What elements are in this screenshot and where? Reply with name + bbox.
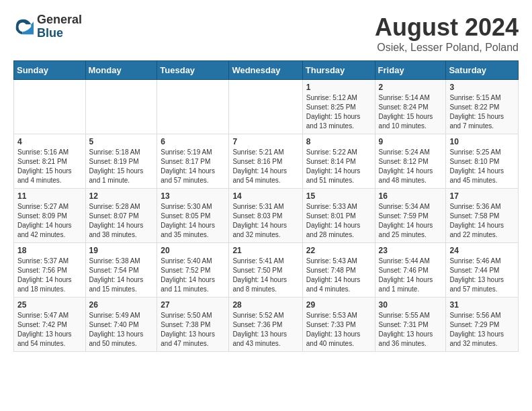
day-info: Sunrise: 5:24 AM Sunset: 8:12 PM Dayligh…	[379, 148, 443, 185]
calendar-cell: 26Sunrise: 5:49 AM Sunset: 7:40 PM Dayli…	[85, 298, 157, 352]
day-number: 16	[379, 191, 443, 201]
day-info: Sunrise: 5:27 AM Sunset: 8:09 PM Dayligh…	[17, 202, 82, 240]
calendar-week-row: 1Sunrise: 5:12 AM Sunset: 8:25 PM Daylig…	[14, 80, 519, 134]
calendar-cell: 29Sunrise: 5:53 AM Sunset: 7:33 PM Dayli…	[302, 298, 375, 352]
day-info: Sunrise: 5:56 AM Sunset: 7:29 PM Dayligh…	[449, 311, 515, 349]
calendar-week-row: 25Sunrise: 5:47 AM Sunset: 7:42 PM Dayli…	[14, 298, 519, 352]
day-number: 8	[306, 137, 371, 146]
day-number: 18	[17, 246, 82, 255]
calendar-cell: 3Sunrise: 5:15 AM Sunset: 8:22 PM Daylig…	[446, 80, 519, 134]
calendar-cell: 11Sunrise: 5:27 AM Sunset: 8:09 PM Dayli…	[14, 189, 86, 243]
day-info: Sunrise: 5:28 AM Sunset: 8:07 PM Dayligh…	[89, 202, 154, 240]
month-year-title: August 2024	[375, 13, 519, 42]
calendar-cell	[157, 80, 229, 134]
day-info: Sunrise: 5:47 AM Sunset: 7:42 PM Dayligh…	[17, 311, 82, 349]
day-number: 22	[306, 246, 371, 255]
calendar-cell: 20Sunrise: 5:40 AM Sunset: 7:52 PM Dayli…	[157, 243, 229, 298]
calendar-cell: 10Sunrise: 5:25 AM Sunset: 8:10 PM Dayli…	[446, 134, 519, 189]
calendar-cell: 13Sunrise: 5:30 AM Sunset: 8:05 PM Dayli…	[157, 189, 229, 243]
calendar-cell	[85, 80, 157, 134]
calendar-week-row: 18Sunrise: 5:37 AM Sunset: 7:56 PM Dayli…	[14, 243, 519, 298]
day-info: Sunrise: 5:19 AM Sunset: 8:17 PM Dayligh…	[161, 148, 225, 185]
logo: General Blue	[13, 13, 82, 40]
day-number: 12	[89, 191, 154, 201]
calendar-cell: 2Sunrise: 5:14 AM Sunset: 8:24 PM Daylig…	[375, 80, 446, 134]
day-number: 5	[89, 137, 154, 146]
day-info: Sunrise: 5:43 AM Sunset: 7:48 PM Dayligh…	[306, 257, 371, 294]
day-of-week-header: Thursday	[302, 61, 375, 80]
day-info: Sunrise: 5:21 AM Sunset: 8:16 PM Dayligh…	[232, 148, 298, 185]
day-info: Sunrise: 5:34 AM Sunset: 7:59 PM Dayligh…	[379, 202, 443, 240]
calendar-cell	[229, 80, 302, 134]
day-info: Sunrise: 5:49 AM Sunset: 7:40 PM Dayligh…	[89, 311, 154, 349]
day-info: Sunrise: 5:14 AM Sunset: 8:24 PM Dayligh…	[379, 93, 443, 131]
day-info: Sunrise: 5:38 AM Sunset: 7:54 PM Dayligh…	[89, 257, 154, 294]
calendar-cell: 4Sunrise: 5:16 AM Sunset: 8:21 PM Daylig…	[14, 134, 86, 189]
calendar-cell: 14Sunrise: 5:31 AM Sunset: 8:03 PM Dayli…	[229, 189, 302, 243]
day-number: 31	[449, 300, 515, 310]
calendar-cell: 23Sunrise: 5:44 AM Sunset: 7:46 PM Dayli…	[375, 243, 446, 298]
calendar-cell: 7Sunrise: 5:21 AM Sunset: 8:16 PM Daylig…	[229, 134, 302, 189]
day-number: 15	[306, 191, 371, 201]
day-of-week-header: Tuesday	[157, 61, 229, 80]
day-info: Sunrise: 5:41 AM Sunset: 7:50 PM Dayligh…	[232, 257, 298, 294]
day-number: 10	[449, 137, 515, 146]
day-info: Sunrise: 5:37 AM Sunset: 7:56 PM Dayligh…	[17, 257, 82, 294]
day-info: Sunrise: 5:55 AM Sunset: 7:31 PM Dayligh…	[379, 311, 443, 349]
day-info: Sunrise: 5:44 AM Sunset: 7:46 PM Dayligh…	[379, 257, 443, 294]
day-number: 19	[89, 246, 154, 255]
day-number: 30	[379, 300, 443, 310]
day-info: Sunrise: 5:30 AM Sunset: 8:05 PM Dayligh…	[161, 202, 225, 240]
logo-text: General Blue	[37, 13, 82, 40]
day-number: 6	[161, 137, 225, 146]
day-number: 11	[17, 191, 82, 201]
calendar-cell: 1Sunrise: 5:12 AM Sunset: 8:25 PM Daylig…	[302, 80, 375, 134]
day-number: 17	[449, 191, 515, 201]
title-section: August 2024 Osiek, Lesser Poland, Poland	[375, 13, 519, 54]
calendar-cell: 18Sunrise: 5:37 AM Sunset: 7:56 PM Dayli…	[14, 243, 86, 298]
day-info: Sunrise: 5:53 AM Sunset: 7:33 PM Dayligh…	[306, 311, 371, 349]
calendar-cell: 21Sunrise: 5:41 AM Sunset: 7:50 PM Dayli…	[229, 243, 302, 298]
day-info: Sunrise: 5:15 AM Sunset: 8:22 PM Dayligh…	[449, 93, 515, 131]
day-of-week-header: Wednesday	[229, 61, 302, 80]
calendar-cell: 22Sunrise: 5:43 AM Sunset: 7:48 PM Dayli…	[302, 243, 375, 298]
calendar-cell: 12Sunrise: 5:28 AM Sunset: 8:07 PM Dayli…	[85, 189, 157, 243]
calendar-week-row: 11Sunrise: 5:27 AM Sunset: 8:09 PM Dayli…	[14, 189, 519, 243]
logo-blue: Blue	[37, 27, 82, 40]
day-number: 13	[161, 191, 225, 201]
calendar-cell: 31Sunrise: 5:56 AM Sunset: 7:29 PM Dayli…	[446, 298, 519, 352]
day-info: Sunrise: 5:46 AM Sunset: 7:44 PM Dayligh…	[449, 257, 515, 294]
calendar-week-row: 4Sunrise: 5:16 AM Sunset: 8:21 PM Daylig…	[14, 134, 519, 189]
day-number: 3	[449, 83, 515, 92]
location-subtitle: Osiek, Lesser Poland, Poland	[375, 42, 519, 54]
day-number: 14	[232, 191, 298, 201]
calendar-cell: 16Sunrise: 5:34 AM Sunset: 7:59 PM Dayli…	[375, 189, 446, 243]
day-info: Sunrise: 5:50 AM Sunset: 7:38 PM Dayligh…	[161, 311, 225, 349]
day-number: 27	[161, 300, 225, 310]
calendar-cell: 17Sunrise: 5:36 AM Sunset: 7:58 PM Dayli…	[446, 189, 519, 243]
day-info: Sunrise: 5:40 AM Sunset: 7:52 PM Dayligh…	[161, 257, 225, 294]
day-number: 24	[449, 246, 515, 255]
day-number: 4	[17, 137, 82, 146]
calendar-table: SundayMondayTuesdayWednesdayThursdayFrid…	[13, 60, 519, 352]
calendar-cell	[14, 80, 86, 134]
logo-icon	[13, 17, 34, 37]
day-info: Sunrise: 5:16 AM Sunset: 8:21 PM Dayligh…	[17, 148, 82, 185]
calendar-cell: 25Sunrise: 5:47 AM Sunset: 7:42 PM Dayli…	[14, 298, 86, 352]
logo-general: General	[37, 13, 82, 27]
day-info: Sunrise: 5:25 AM Sunset: 8:10 PM Dayligh…	[449, 148, 515, 185]
page-header: General Blue August 2024 Osiek, Lesser P…	[13, 13, 519, 54]
day-number: 25	[17, 300, 82, 310]
day-number: 29	[306, 300, 371, 310]
calendar-cell: 9Sunrise: 5:24 AM Sunset: 8:12 PM Daylig…	[375, 134, 446, 189]
day-info: Sunrise: 5:22 AM Sunset: 8:14 PM Dayligh…	[306, 148, 371, 185]
day-number: 21	[232, 246, 298, 255]
day-of-week-header: Sunday	[14, 61, 86, 80]
calendar-cell: 6Sunrise: 5:19 AM Sunset: 8:17 PM Daylig…	[157, 134, 229, 189]
calendar-cell: 24Sunrise: 5:46 AM Sunset: 7:44 PM Dayli…	[446, 243, 519, 298]
calendar-cell: 5Sunrise: 5:18 AM Sunset: 8:19 PM Daylig…	[85, 134, 157, 189]
day-of-week-header: Monday	[85, 61, 157, 80]
calendar-cell: 15Sunrise: 5:33 AM Sunset: 8:01 PM Dayli…	[302, 189, 375, 243]
day-info: Sunrise: 5:33 AM Sunset: 8:01 PM Dayligh…	[306, 202, 371, 240]
day-number: 28	[232, 300, 298, 310]
